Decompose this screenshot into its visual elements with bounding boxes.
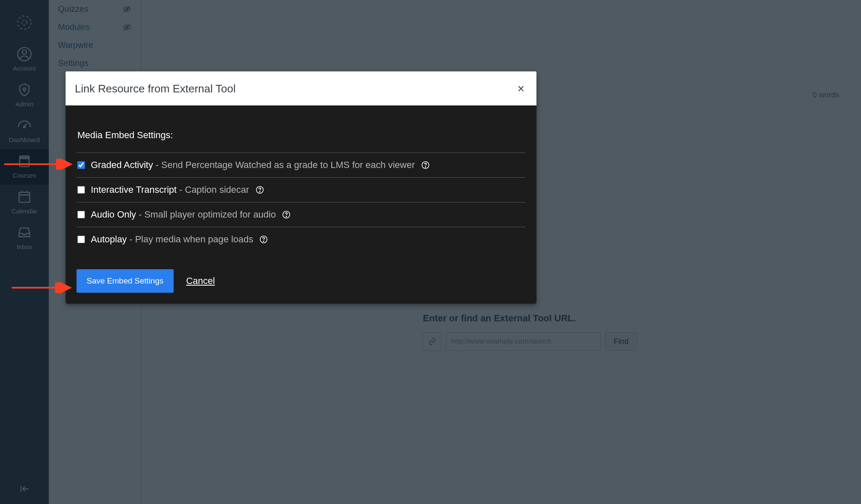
close-icon[interactable]: ✕	[517, 84, 525, 94]
modal-title: Link Resource from External Tool	[75, 82, 235, 95]
help-icon[interactable]	[255, 185, 264, 194]
setting-graded-activity: Graded Activity - Send Percentage Watche…	[77, 152, 526, 177]
svg-point-17	[264, 241, 264, 242]
setting-title: Audio Only	[91, 209, 136, 220]
save-embed-settings-button[interactable]: Save Embed Settings	[77, 269, 174, 293]
setting-title: Autoplay	[91, 234, 127, 244]
setting-desc: - Play media when page loads	[127, 234, 254, 244]
cancel-button[interactable]: Cancel	[186, 276, 215, 286]
setting-audio-only: Audio Only - Small player optimized for …	[77, 202, 526, 227]
modal-header: Link Resource from External Tool ✕	[66, 71, 536, 105]
interactive-transcript-checkbox[interactable]	[77, 186, 85, 194]
modal-body: Media Embed Settings: Graded Activity - …	[66, 105, 536, 304]
setting-autoplay: Autoplay - Play media when page loads	[77, 227, 526, 252]
annotation-arrow	[12, 282, 75, 293]
svg-point-13	[259, 192, 260, 192]
setting-desc: - Small player optimized for audio	[136, 209, 276, 220]
graded-activity-checkbox[interactable]	[77, 161, 85, 169]
setting-desc: - Caption sidecar	[177, 184, 249, 195]
modal-section-heading: Media Embed Settings:	[77, 130, 526, 141]
help-icon[interactable]	[421, 160, 430, 170]
setting-desc: - Send Percentage Watched as a grade to …	[153, 160, 415, 170]
svg-point-11	[425, 167, 425, 167]
help-icon[interactable]	[259, 235, 268, 244]
modal-actions: Save Embed Settings Cancel	[77, 269, 526, 293]
setting-title: Graded Activity	[91, 160, 153, 170]
svg-point-15	[286, 216, 286, 217]
setting-title: Interactive Transcript	[91, 184, 177, 195]
autoplay-checkbox[interactable]	[77, 236, 85, 243]
setting-interactive-transcript: Interactive Transcript - Caption sidecar	[77, 177, 526, 202]
help-icon[interactable]	[282, 210, 291, 219]
annotation-arrow	[4, 159, 76, 170]
audio-only-checkbox[interactable]	[77, 211, 85, 218]
link-resource-modal: Link Resource from External Tool ✕ Media…	[66, 71, 536, 304]
